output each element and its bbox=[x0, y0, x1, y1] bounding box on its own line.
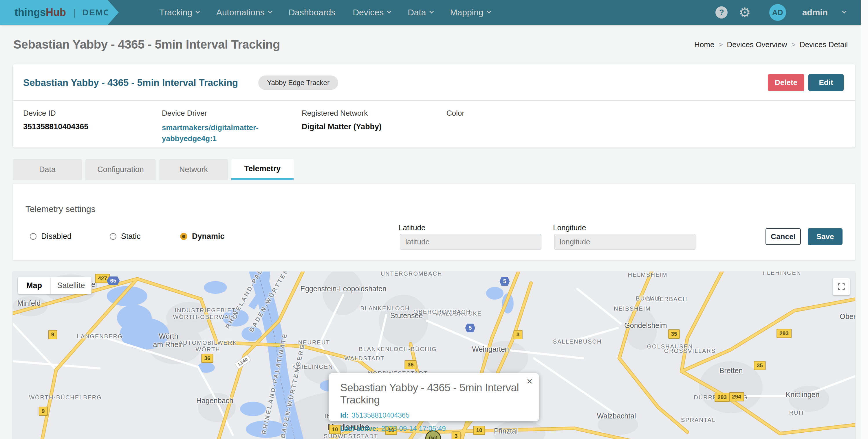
radio-label: Disabled bbox=[41, 232, 71, 241]
antenna-icon bbox=[429, 435, 438, 439]
user-menu-chevron-down-icon[interactable] bbox=[842, 9, 846, 13]
tab-data[interactable]: Data bbox=[13, 159, 82, 180]
top-navigation-bar: thingsHub | DEMO TrackingAutomationsDash… bbox=[0, 0, 868, 25]
environment-label: DEMO bbox=[82, 7, 111, 18]
field-label: Registered Network bbox=[302, 109, 446, 118]
nav-item-label: Dashboards bbox=[289, 7, 336, 18]
breadcrumb-item[interactable]: Devices Overview bbox=[727, 40, 787, 49]
longitude-label: Longitude bbox=[553, 223, 586, 232]
latitude-label: Latitude bbox=[399, 223, 426, 232]
nav-item-tracking[interactable]: Tracking bbox=[159, 7, 199, 18]
breadcrumb-item[interactable]: Devices Detail bbox=[800, 40, 848, 49]
route-shield-294: 294 bbox=[729, 392, 744, 401]
breadcrumb-item[interactable]: Home bbox=[694, 40, 714, 49]
field-label: Device Driver bbox=[162, 109, 302, 118]
topbar-right-controls: ? ⚙ AD admin bbox=[715, 4, 868, 21]
tab-network[interactable]: Network bbox=[159, 159, 228, 180]
telemetry-panel: Telemetry settings DisabledStaticDynamic… bbox=[13, 184, 855, 260]
device-field-color: Color bbox=[446, 109, 464, 144]
device-card-header: Sebastian Yabby - 4365 - 5min Interval T… bbox=[13, 64, 855, 91]
breadcrumb-separator: > bbox=[718, 40, 723, 49]
page-header-row: Sebastian Yabby - 4365 - 5min Interval T… bbox=[0, 25, 868, 64]
route-shield-5: 5 bbox=[465, 324, 475, 332]
main-nav: TrackingAutomationsDashboardsDevicesData… bbox=[159, 7, 490, 18]
brand-logo[interactable]: thingsHub | DEMO bbox=[0, 0, 108, 25]
marker-info-popup: ✕ Sebastian Yabby - 4365 - 5min Interval… bbox=[329, 373, 539, 421]
nav-item-label: Data bbox=[408, 7, 426, 18]
username-label[interactable]: admin bbox=[802, 7, 828, 18]
nav-item-dashboards[interactable]: Dashboards bbox=[289, 7, 336, 18]
brand-divider: | bbox=[73, 7, 76, 18]
telemetry-settings-heading: Telemetry settings bbox=[26, 204, 96, 214]
route-shield-10: 10 bbox=[329, 425, 341, 434]
radio-circle bbox=[180, 233, 187, 240]
chevron-down-icon bbox=[195, 9, 200, 13]
device-fields-row: Device ID351358810404365Device Driversma… bbox=[13, 101, 855, 144]
help-icon[interactable]: ? bbox=[715, 6, 727, 19]
save-button[interactable]: Save bbox=[808, 228, 842, 245]
route-shield-293: 293 bbox=[776, 329, 792, 338]
chevron-down-icon bbox=[429, 9, 434, 13]
route-shield-5: 5 bbox=[500, 277, 510, 286]
brand-arrow-shape bbox=[108, 0, 119, 25]
device-type-badge: Yabby Edge Tracker bbox=[258, 75, 338, 90]
cancel-button[interactable]: Cancel bbox=[766, 228, 801, 245]
avatar[interactable]: AD bbox=[769, 4, 786, 21]
route-shield-65: 65 bbox=[106, 276, 120, 285]
device-card-title: Sebastian Yabby - 4365 - 5min Interval T… bbox=[23, 77, 238, 88]
map-type-satellite-button[interactable]: Satellite bbox=[51, 277, 92, 294]
device-field-device-id: Device ID351358810404365 bbox=[23, 109, 162, 144]
route-shield-3: 3 bbox=[514, 330, 523, 339]
device-location-map[interactable]: Map Satellite ✕ Sebastian Yabby - 4365 -… bbox=[13, 272, 855, 439]
fullscreen-icon bbox=[837, 282, 845, 291]
radio-option-static[interactable]: Static bbox=[110, 232, 141, 241]
chevron-down-icon bbox=[387, 9, 392, 13]
device-field-registered-network: Registered NetworkDigital Matter (Yabby) bbox=[302, 109, 446, 144]
nav-item-data[interactable]: Data bbox=[408, 7, 433, 18]
radio-option-dynamic[interactable]: Dynamic bbox=[180, 232, 225, 241]
nav-item-automations[interactable]: Automations bbox=[216, 7, 271, 18]
nav-item-label: Mapping bbox=[450, 7, 484, 18]
radio-option-disabled[interactable]: Disabled bbox=[30, 232, 71, 241]
field-value[interactable]: smartmakers/digitalmatter-yabbyedge4g:1 bbox=[162, 122, 278, 144]
nav-item-label: Automations bbox=[216, 7, 265, 18]
page-scrollbar-track[interactable] bbox=[861, 0, 868, 439]
route-shield-35: 35 bbox=[668, 329, 680, 339]
page-title: Sebastian Yabby - 4365 - 5min Interval T… bbox=[13, 38, 280, 52]
route-shield-9: 9 bbox=[48, 330, 57, 339]
map-type-map-button[interactable]: Map bbox=[18, 277, 51, 294]
radio-label: Static bbox=[121, 232, 141, 241]
brand-things-text: things bbox=[14, 6, 46, 19]
popup-last-active-value: 2023-09-14 17:05:49 bbox=[381, 425, 446, 432]
field-value: 351358810404365 bbox=[23, 122, 162, 131]
field-label: Color bbox=[446, 109, 464, 118]
longitude-input[interactable] bbox=[554, 234, 695, 250]
route-shield-35: 35 bbox=[754, 361, 766, 370]
popup-device-id-row: Id:351358810404365 bbox=[340, 411, 528, 419]
route-shield-9: 9 bbox=[39, 407, 48, 416]
popup-close-icon[interactable]: ✕ bbox=[526, 377, 533, 386]
chevron-down-icon bbox=[268, 9, 273, 13]
nav-item-mapping[interactable]: Mapping bbox=[450, 7, 490, 18]
nav-item-devices[interactable]: Devices bbox=[353, 7, 390, 18]
field-label: Device ID bbox=[23, 109, 162, 118]
fullscreen-button[interactable] bbox=[833, 278, 850, 295]
delete-button[interactable]: Delete bbox=[768, 74, 804, 91]
popup-last-active-label: Last active: bbox=[340, 425, 378, 432]
popup-id-value: 351358810404365 bbox=[351, 411, 409, 419]
chevron-down-icon bbox=[487, 9, 491, 13]
nav-item-label: Tracking bbox=[159, 7, 192, 18]
latitude-input[interactable] bbox=[400, 234, 541, 250]
gear-icon[interactable]: ⚙ bbox=[739, 6, 750, 19]
route-shield-36: 36 bbox=[201, 354, 213, 363]
brand-hub-text: Hub bbox=[46, 6, 66, 19]
popup-last-active-row: Last active:2023-09-14 17:05:49 bbox=[340, 425, 528, 433]
tab-telemetry[interactable]: Telemetry bbox=[231, 159, 293, 180]
edit-button[interactable]: Edit bbox=[808, 74, 844, 91]
device-detail-tabs: DataConfigurationNetworkTelemetry bbox=[13, 159, 297, 180]
nav-item-label: Devices bbox=[353, 7, 383, 18]
radio-label: Dynamic bbox=[192, 232, 225, 241]
tab-configuration[interactable]: Configuration bbox=[85, 159, 156, 180]
radio-circle bbox=[30, 233, 36, 240]
breadcrumb-separator: > bbox=[791, 40, 796, 49]
